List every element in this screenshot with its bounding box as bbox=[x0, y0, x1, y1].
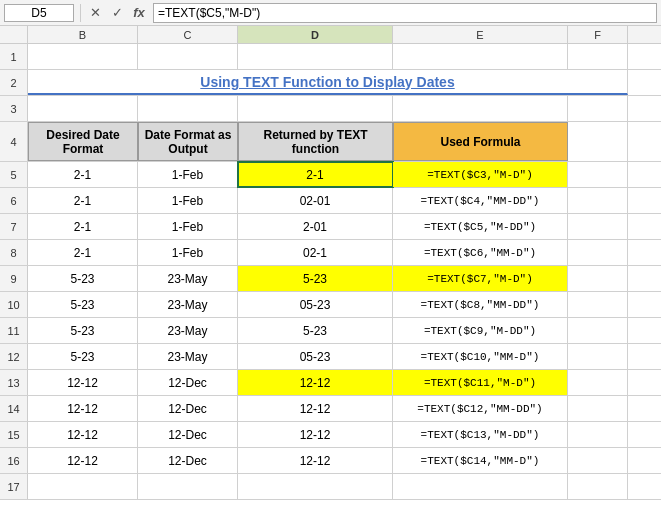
cell-b[interactable]: 2-1 bbox=[28, 214, 138, 239]
cell-c[interactable]: 1-Feb bbox=[138, 188, 238, 213]
cell-b[interactable]: 12-12 bbox=[28, 370, 138, 395]
cell-d[interactable]: 2-01 bbox=[238, 214, 393, 239]
cell-c[interactable]: 12-Dec bbox=[138, 448, 238, 473]
table-row: 1312-1212-Dec12-12=TEXT($C11,"M-D") bbox=[0, 370, 661, 396]
cell-b[interactable] bbox=[28, 96, 138, 121]
cell-f bbox=[568, 396, 628, 421]
cell-d[interactable] bbox=[238, 474, 393, 499]
cell-b[interactable]: 5-23 bbox=[28, 318, 138, 343]
cell-b[interactable]: 5-23 bbox=[28, 266, 138, 291]
fx-icon[interactable]: fx bbox=[129, 3, 149, 23]
table-row: 2Using TEXT Function to Display Dates bbox=[0, 70, 661, 96]
name-box[interactable] bbox=[4, 4, 74, 22]
cell-b[interactable]: 12-12 bbox=[28, 422, 138, 447]
cell-d[interactable]: 12-12 bbox=[238, 396, 393, 421]
cell-d[interactable]: 12-12 bbox=[238, 370, 393, 395]
toolbar-separator bbox=[80, 4, 81, 22]
row-number: 14 bbox=[0, 396, 28, 421]
cell-b[interactable]: 2-1 bbox=[28, 162, 138, 187]
cell-e[interactable]: =TEXT($C10,"MM-D") bbox=[393, 344, 568, 369]
cell-e[interactable]: =TEXT($C14,"MM-D") bbox=[393, 448, 568, 473]
title-cell: Using TEXT Function to Display Dates bbox=[28, 70, 628, 95]
cell-f bbox=[568, 96, 628, 121]
cell-c[interactable]: 1-Feb bbox=[138, 162, 238, 187]
cell-e[interactable]: =TEXT($C4,"MM-DD") bbox=[393, 188, 568, 213]
table-row: 72-11-Feb2-01=TEXT($C5,"M-DD") bbox=[0, 214, 661, 240]
cell-c[interactable]: 1-Feb bbox=[138, 240, 238, 265]
cell-c[interactable]: 12-Dec bbox=[138, 396, 238, 421]
cell-f bbox=[568, 370, 628, 395]
cell-c[interactable]: 23-May bbox=[138, 344, 238, 369]
cell-e[interactable]: =TEXT($C8,"MM-DD") bbox=[393, 292, 568, 317]
spreadsheet: 12Using TEXT Function to Display Dates34… bbox=[0, 44, 661, 500]
cell-d[interactable]: 05-23 bbox=[238, 344, 393, 369]
cell-d[interactable]: 2-1 bbox=[238, 162, 393, 187]
table-row: 17 bbox=[0, 474, 661, 500]
row-number: 7 bbox=[0, 214, 28, 239]
col-header-f[interactable]: F bbox=[568, 26, 628, 43]
formula-bar[interactable] bbox=[153, 3, 657, 23]
row-number: 8 bbox=[0, 240, 28, 265]
cell-e[interactable]: =TEXT($C11,"M-D") bbox=[393, 370, 568, 395]
cell-c[interactable] bbox=[138, 96, 238, 121]
cell-b[interactable]: 5-23 bbox=[28, 344, 138, 369]
row-number: 15 bbox=[0, 422, 28, 447]
row-number: 12 bbox=[0, 344, 28, 369]
table-row: 1612-1212-Dec12-12=TEXT($C14,"MM-D") bbox=[0, 448, 661, 474]
cell-b[interactable]: 5-23 bbox=[28, 292, 138, 317]
cell-d[interactable]: 02-01 bbox=[238, 188, 393, 213]
formula-icons: ✕ ✓ fx bbox=[85, 3, 149, 23]
cell-d[interactable] bbox=[238, 44, 393, 69]
cell-c[interactable] bbox=[138, 44, 238, 69]
toolbar: ✕ ✓ fx bbox=[0, 0, 661, 26]
row-number: 5 bbox=[0, 162, 28, 187]
cell-c[interactable] bbox=[138, 474, 238, 499]
cell-f bbox=[568, 422, 628, 447]
confirm-icon[interactable]: ✓ bbox=[107, 3, 127, 23]
cell-b[interactable]: 2-1 bbox=[28, 188, 138, 213]
cell-d[interactable]: 05-23 bbox=[238, 292, 393, 317]
row-number: 1 bbox=[0, 44, 28, 69]
cell-e[interactable] bbox=[393, 44, 568, 69]
cell-e[interactable]: =TEXT($C12,"MM-DD") bbox=[393, 396, 568, 421]
col-header-e[interactable]: E bbox=[393, 26, 568, 43]
cell-d[interactable]: 12-12 bbox=[238, 422, 393, 447]
cell-c[interactable]: 23-May bbox=[138, 292, 238, 317]
table-row: 52-11-Feb2-1=TEXT($C3,"M-D") bbox=[0, 162, 661, 188]
cell-d[interactable]: 5-23 bbox=[238, 266, 393, 291]
row-number: 17 bbox=[0, 474, 28, 499]
table-row: 82-11-Feb02-1=TEXT($C6,"MM-D") bbox=[0, 240, 661, 266]
cell-d[interactable]: 02-1 bbox=[238, 240, 393, 265]
cell-c[interactable]: 23-May bbox=[138, 266, 238, 291]
cell-d[interactable] bbox=[238, 96, 393, 121]
cell-b[interactable]: 12-12 bbox=[28, 396, 138, 421]
cell-e[interactable]: =TEXT($C5,"M-DD") bbox=[393, 214, 568, 239]
cell-d[interactable]: 12-12 bbox=[238, 448, 393, 473]
cell-e[interactable]: =TEXT($C3,"M-D") bbox=[393, 162, 568, 187]
cell-e[interactable]: =TEXT($C9,"M-DD") bbox=[393, 318, 568, 343]
cell-d[interactable]: 5-23 bbox=[238, 318, 393, 343]
col-header-c[interactable]: C bbox=[138, 26, 238, 43]
cell-b[interactable]: 12-12 bbox=[28, 448, 138, 473]
cell-b[interactable] bbox=[28, 474, 138, 499]
cell-e[interactable]: =TEXT($C6,"MM-D") bbox=[393, 240, 568, 265]
cell-e[interactable]: =TEXT($C13,"M-DD") bbox=[393, 422, 568, 447]
col-header-d[interactable]: D bbox=[238, 26, 393, 43]
cell-c[interactable]: 1-Feb bbox=[138, 214, 238, 239]
table-row: 105-2323-May05-23=TEXT($C8,"MM-DD") bbox=[0, 292, 661, 318]
col-header-b[interactable]: B bbox=[28, 26, 138, 43]
cell-e[interactable]: =TEXT($C7,"M-D") bbox=[393, 266, 568, 291]
corner-header bbox=[0, 26, 28, 43]
cell-c[interactable]: 12-Dec bbox=[138, 422, 238, 447]
table-row: 1512-1212-Dec12-12=TEXT($C13,"M-DD") bbox=[0, 422, 661, 448]
cell-f bbox=[568, 162, 628, 187]
cell-c[interactable]: 12-Dec bbox=[138, 370, 238, 395]
cancel-icon[interactable]: ✕ bbox=[85, 3, 105, 23]
row-number: 6 bbox=[0, 188, 28, 213]
cell-f bbox=[568, 44, 628, 69]
cell-c[interactable]: 23-May bbox=[138, 318, 238, 343]
cell-b[interactable]: 2-1 bbox=[28, 240, 138, 265]
cell-e[interactable] bbox=[393, 96, 568, 121]
cell-e[interactable] bbox=[393, 474, 568, 499]
cell-b[interactable] bbox=[28, 44, 138, 69]
